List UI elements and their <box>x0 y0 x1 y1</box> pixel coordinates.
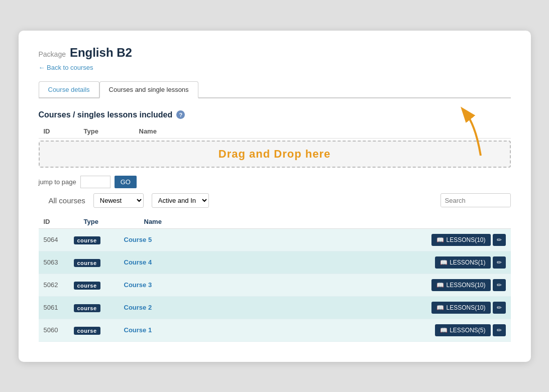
lessons-button[interactable]: 📖 LESSONS(5) <box>435 324 490 336</box>
drag-drop-wrapper: Drag and Drop here <box>39 141 511 168</box>
edit-button[interactable]: ✏ <box>493 302 506 314</box>
course-type: course <box>74 281 124 289</box>
package-label: Package <box>39 50 66 58</box>
jump-to-page-input[interactable] <box>80 176 111 188</box>
course-type: course <box>74 326 124 334</box>
course-badge: course <box>74 236 100 244</box>
book-icon: 📖 <box>440 327 448 334</box>
pagination-row: jump to page GO <box>39 176 511 188</box>
edit-button[interactable]: ✏ <box>493 279 506 291</box>
main-card: Package English B2 ← Back to courses Cou… <box>19 31 531 362</box>
header-name: Name <box>144 218 506 225</box>
status-filter[interactable]: Active and In Active Inactive <box>152 193 209 208</box>
course-actions: 📖 LESSONS(10) ✏ <box>431 279 505 291</box>
course-badge: course <box>74 304 100 312</box>
table-row: 5062 course Course 3 📖 LESSONS(10) ✏ <box>39 274 511 297</box>
book-icon: 📖 <box>436 236 444 243</box>
course-name[interactable]: Course 2 <box>124 304 432 311</box>
edit-button[interactable]: ✏ <box>493 256 506 269</box>
course-actions: 📖 LESSONS(5) ✏ <box>435 324 505 336</box>
all-courses-label: All courses <box>49 196 85 205</box>
package-name: English B2 <box>70 46 132 59</box>
table-row: 5060 course Course 1 📖 LESSONS(5) ✏ <box>39 319 511 342</box>
course-id: 5064 <box>44 236 74 243</box>
package-heading: Package English B2 <box>39 46 511 60</box>
course-id: 5062 <box>44 281 74 289</box>
lessons-button[interactable]: 📖 LESSONS(10) <box>431 279 490 291</box>
course-actions: 📖 LESSONS(1) ✏ <box>435 256 505 269</box>
course-actions: 📖 LESSONS(10) ✏ <box>431 302 505 314</box>
book-icon: 📖 <box>436 304 444 311</box>
courses-list: 5064 course Course 5 📖 LESSONS(10) ✏ 506… <box>39 229 511 342</box>
course-type: course <box>74 304 124 312</box>
table-row: 5064 course Course 5 📖 LESSONS(10) ✏ <box>39 229 511 251</box>
search-input[interactable] <box>441 194 511 207</box>
help-icon[interactable]: ? <box>176 110 185 119</box>
tab-bar: Course details Courses and single lesson… <box>39 81 511 98</box>
tab-course-details[interactable]: Course details <box>39 81 99 97</box>
go-button[interactable]: GO <box>115 176 137 188</box>
book-icon: 📖 <box>436 282 444 289</box>
drag-drop-text: Drag and Drop here <box>218 148 331 161</box>
header-id: ID <box>44 218 74 225</box>
header-type: Type <box>84 218 134 225</box>
section-title-row: Courses / singles lessons included ? <box>39 110 511 119</box>
sort-filter[interactable]: Newest Oldest <box>93 193 144 208</box>
course-name[interactable]: Course 1 <box>124 326 435 334</box>
edit-button[interactable]: ✏ <box>493 234 506 246</box>
course-name[interactable]: Course 4 <box>124 258 435 266</box>
header-id-top: ID <box>44 127 74 135</box>
filter-left: All courses Newest Oldest Active and In … <box>39 193 209 208</box>
drag-drop-zone[interactable]: Drag and Drop here <box>39 141 511 168</box>
lessons-button[interactable]: 📖 LESSONS(10) <box>431 302 490 314</box>
course-id: 5063 <box>44 258 74 266</box>
course-type: course <box>74 258 124 267</box>
course-id: 5060 <box>44 326 74 334</box>
tab-courses-single-lessons[interactable]: Courses and single lessons <box>99 81 198 98</box>
filter-section: All courses Newest Oldest Active and In … <box>39 193 511 208</box>
course-badge: course <box>74 327 100 335</box>
course-name[interactable]: Course 3 <box>124 281 432 289</box>
back-to-courses-link[interactable]: ← Back to courses <box>39 64 93 71</box>
course-actions: 📖 LESSONS(10) ✏ <box>431 234 505 246</box>
table-row: 5063 course Course 4 📖 LESSONS(1) ✏ <box>39 251 511 274</box>
header-type-top: Type <box>84 127 129 135</box>
lessons-button[interactable]: 📖 LESSONS(10) <box>431 234 490 246</box>
course-id: 5061 <box>44 304 74 311</box>
course-type: course <box>74 236 124 244</box>
edit-button[interactable]: ✏ <box>493 324 506 336</box>
course-badge: course <box>74 282 100 290</box>
course-badge: course <box>74 259 100 267</box>
top-table-header: ID Type Name <box>39 124 511 139</box>
header-name-top: Name <box>139 127 506 135</box>
courses-table-header: ID Type Name <box>39 215 511 229</box>
course-name[interactable]: Course 5 <box>124 236 432 243</box>
search-box: 🔍 <box>441 193 511 207</box>
book-icon: 📖 <box>440 259 448 266</box>
page-header: Package English B2 ← Back to courses <box>39 46 511 81</box>
jump-to-page-label: jump to page <box>39 178 76 186</box>
lessons-button[interactable]: 📖 LESSONS(1) <box>435 256 490 269</box>
table-row: 5061 course Course 2 📖 LESSONS(10) ✏ <box>39 297 511 319</box>
section-title-text: Courses / singles lessons included <box>39 110 173 119</box>
